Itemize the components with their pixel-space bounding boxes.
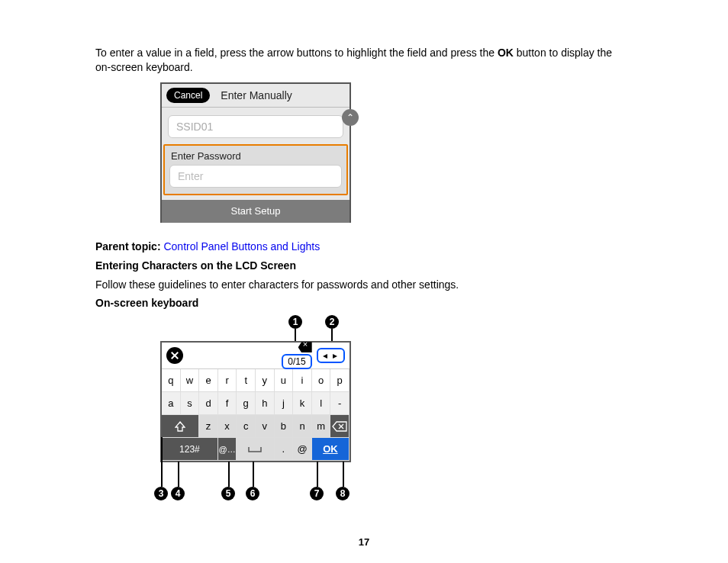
at-ellipsis-key[interactable]: @… [218,438,237,461]
keyboard-row-1: q w e r t y u i o p [162,369,350,392]
keyboard-figure: 1 2 0/15 ◂ ▸ q w e r t y u i [160,315,374,513]
key-c[interactable]: c [237,415,256,438]
password-field[interactable]: Enter [169,165,342,188]
key-j[interactable]: j [275,392,294,415]
key-b[interactable]: b [275,415,294,438]
key-d[interactable]: d [199,392,218,415]
cancel-button[interactable]: Cancel [166,88,210,103]
key-u[interactable]: u [275,369,294,392]
key-o[interactable]: o [312,369,331,392]
start-setup-button[interactable]: Start Setup [162,200,350,223]
key-t[interactable]: t [237,369,256,392]
char-counter: 0/15 [282,354,311,369]
cursor-arrows[interactable]: ◂ ▸ [317,348,345,363]
keyboard-row-3: z x c v b n m [162,415,350,438]
section-heading: Entering Characters on the LCD Screen [95,259,630,273]
intro-text-1: To enter a value in a field, press the a… [95,47,498,59]
dot-key[interactable]: . [275,438,294,461]
key-f[interactable]: f [218,392,237,415]
key-x[interactable]: x [218,415,237,438]
key-m[interactable]: m [312,415,331,438]
key-v[interactable]: v [256,415,275,438]
page-number: 17 [0,536,728,548]
parent-topic-label: Parent topic: [95,240,161,253]
key-h[interactable]: h [256,392,275,415]
password-label: Enter Password [171,150,342,162]
key-l[interactable]: l [312,392,331,415]
key-w[interactable]: w [181,369,200,392]
callout-5: 5 [221,487,235,500]
callout-8: 8 [336,487,350,500]
key-dash[interactable]: - [330,392,350,415]
backspace-key[interactable] [330,415,350,438]
callout-2: 2 [325,315,339,329]
key-s[interactable]: s [181,392,200,415]
backspace-icon [332,421,347,432]
shift-icon [175,421,185,432]
space-key[interactable] [237,438,274,461]
key-q[interactable]: q [162,369,181,392]
key-e[interactable]: e [199,369,218,392]
space-icon [247,446,263,453]
mini-backspace-icon[interactable] [298,342,312,352]
at-key[interactable]: @ [293,438,312,461]
lcd-title: Enter Manually [221,89,292,101]
mode-key[interactable]: 123# [162,438,218,461]
lcd-enter-manually: Cancel Enter Manually ⌃ SSID01 Enter Pas… [160,82,351,223]
callout-4: 4 [171,487,185,500]
ok-key[interactable]: OK [312,438,350,461]
key-g[interactable]: g [237,392,256,415]
key-i[interactable]: i [293,369,312,392]
shift-key[interactable] [162,415,199,438]
callout-7: 7 [310,487,324,500]
key-p[interactable]: p [330,369,350,392]
key-r[interactable]: r [218,369,237,392]
callout-3: 3 [154,487,168,500]
intro-paragraph: To enter a value in a field, press the a… [95,46,630,75]
keyboard-row-4: 123# @… . @ OK [162,438,350,461]
parent-topic-link[interactable]: Control Panel Buttons and Lights [163,240,320,253]
key-k[interactable]: k [293,392,312,415]
intro-ok-bold: OK [498,47,514,59]
section-intro: Follow these guidelines to enter charact… [95,278,630,292]
key-z[interactable]: z [199,415,218,438]
key-n[interactable]: n [293,415,312,438]
callout-1: 1 [288,315,302,329]
kb-heading: On-screen keyboard [95,296,630,310]
ssid-field[interactable]: SSID01 [168,115,343,138]
key-a[interactable]: a [162,392,181,415]
scroll-up-icon[interactable]: ⌃ [342,109,359,126]
callout-6: 6 [246,487,259,500]
keyboard-row-2: a s d f g h j k l - [162,392,350,415]
password-section-highlighted: Enter Password Enter [163,144,348,195]
close-icon[interactable] [166,347,183,364]
key-y[interactable]: y [256,369,275,392]
